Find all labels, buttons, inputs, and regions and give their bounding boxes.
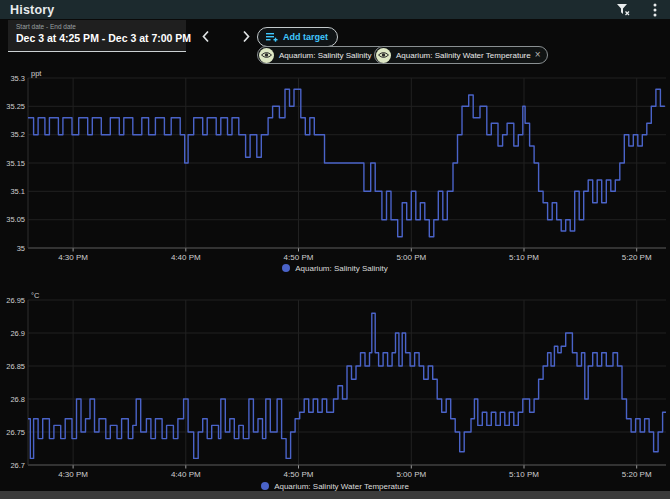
date-range-field[interactable]: Start date - End date Dec 3 at 4:25 PM -… bbox=[8, 20, 186, 52]
chevron-right-icon bbox=[241, 30, 251, 43]
salinity-chart: 4:30 PM4:40 PM4:50 PM5:00 PM5:10 PM5:20 … bbox=[0, 70, 670, 266]
kebab-menu-icon bbox=[653, 3, 657, 17]
target-chip-water-temperature[interactable]: Aquarium: Salinity Water Temperature × bbox=[374, 46, 548, 64]
svg-text:35.15: 35.15 bbox=[6, 159, 25, 168]
visibility-toggle[interactable] bbox=[376, 48, 391, 63]
app-bar: History bbox=[0, 0, 670, 19]
svg-text:5:00 PM: 5:00 PM bbox=[396, 470, 426, 479]
svg-text:35.3: 35.3 bbox=[10, 74, 25, 83]
chip-close-icon[interactable]: × bbox=[535, 50, 547, 60]
legend-label: Aquarium: Salinity Water Temperature bbox=[274, 482, 409, 491]
svg-text:4:30 PM: 4:30 PM bbox=[58, 253, 88, 262]
svg-text:4:30 PM: 4:30 PM bbox=[58, 470, 88, 479]
date-range-label: Start date - End date bbox=[16, 23, 186, 30]
svg-text:5:20 PM: 5:20 PM bbox=[622, 470, 652, 479]
filter-remove-button[interactable] bbox=[614, 2, 632, 18]
svg-text:°C: °C bbox=[31, 291, 40, 300]
legend-dot bbox=[261, 482, 269, 490]
svg-text:26.8: 26.8 bbox=[10, 395, 25, 404]
add-target-button[interactable]: Add target bbox=[257, 27, 338, 47]
svg-text:35: 35 bbox=[17, 244, 25, 253]
filter-remove-icon bbox=[616, 3, 631, 17]
salinity-legend: Aquarium: Salinity Salinity bbox=[0, 262, 670, 274]
eye-icon bbox=[378, 51, 389, 59]
chip-label: Aquarium: Salinity Water Temperature bbox=[391, 51, 535, 60]
overflow-menu-button[interactable] bbox=[646, 2, 664, 18]
chip-label: Aquarium: Salinity Salinity bbox=[274, 51, 375, 60]
eye-icon bbox=[261, 51, 272, 59]
visibility-toggle[interactable] bbox=[259, 48, 274, 63]
system-navigation-bar bbox=[0, 491, 670, 499]
svg-text:26.75: 26.75 bbox=[6, 428, 25, 437]
svg-text:26.7: 26.7 bbox=[10, 461, 25, 470]
svg-text:26.9: 26.9 bbox=[10, 329, 25, 338]
svg-text:5:10 PM: 5:10 PM bbox=[509, 470, 539, 479]
next-range-button[interactable] bbox=[235, 28, 257, 44]
add-target-label: Add target bbox=[283, 32, 328, 42]
chevron-left-icon bbox=[201, 30, 211, 43]
legend-dot bbox=[282, 264, 290, 272]
target-chip-salinity[interactable]: Aquarium: Salinity Salinity × bbox=[257, 46, 388, 64]
svg-text:4:50 PM: 4:50 PM bbox=[284, 470, 314, 479]
svg-text:26.95: 26.95 bbox=[6, 296, 25, 305]
svg-text:35.25: 35.25 bbox=[6, 102, 25, 111]
svg-text:35.05: 35.05 bbox=[6, 215, 25, 224]
svg-text:ppt: ppt bbox=[31, 70, 42, 78]
temperature-chart: 4:30 PM4:40 PM4:50 PM5:00 PM5:10 PM5:20 … bbox=[0, 288, 670, 484]
svg-text:5:20 PM: 5:20 PM bbox=[622, 253, 652, 262]
svg-text:35.1: 35.1 bbox=[10, 187, 25, 196]
svg-text:5:10 PM: 5:10 PM bbox=[509, 253, 539, 262]
page-title: History bbox=[10, 3, 54, 17]
svg-text:35.2: 35.2 bbox=[10, 130, 25, 139]
svg-text:4:50 PM: 4:50 PM bbox=[284, 253, 314, 262]
svg-text:26.85: 26.85 bbox=[6, 362, 25, 371]
previous-range-button[interactable] bbox=[195, 28, 217, 44]
svg-text:5:00 PM: 5:00 PM bbox=[396, 253, 426, 262]
date-range-value: Dec 3 at 4:25 PM - Dec 3 at 7:00 PM bbox=[16, 32, 186, 44]
playlist-plus-icon bbox=[265, 32, 279, 43]
svg-text:4:40 PM: 4:40 PM bbox=[171, 470, 201, 479]
legend-label: Aquarium: Salinity Salinity bbox=[295, 264, 387, 273]
svg-text:4:40 PM: 4:40 PM bbox=[171, 253, 201, 262]
